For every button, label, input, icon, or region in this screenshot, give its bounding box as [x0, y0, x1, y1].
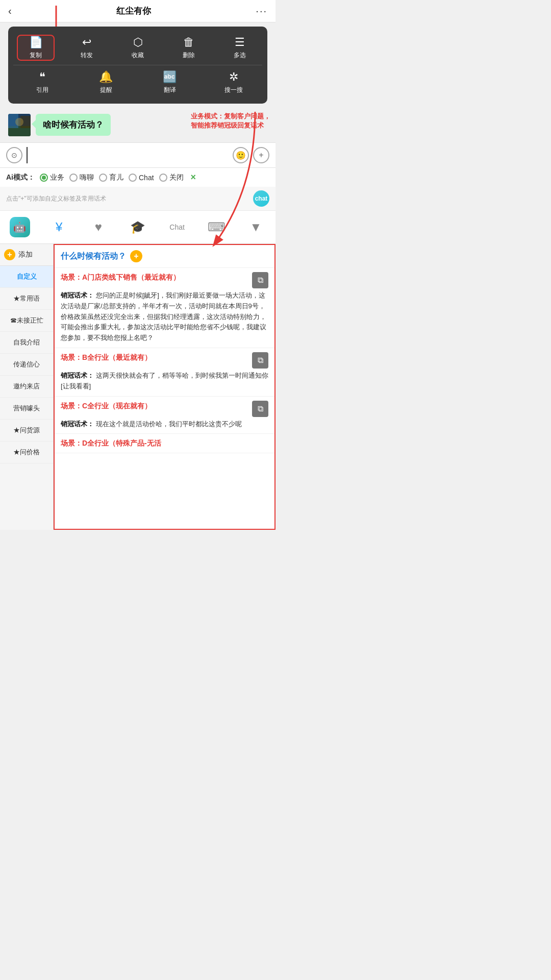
search-label: 搜一搜 — [224, 86, 243, 94]
right-panel: 什么时候有活动？ + 场景：A门店类线下销售（最近就有） ⧉ 销冠话术： 您问的… — [54, 244, 276, 530]
context-search[interactable]: ✲ 搜一搜 — [216, 70, 252, 94]
svg-point-4 — [15, 118, 23, 126]
sidebar-item-custom[interactable]: 自定义 — [0, 266, 53, 288]
money-icon: ¥ — [56, 220, 62, 234]
sidebar: + 添加 自定义 ★常用语 ☎未接正忙 自我介绍 传递信心 邀约来店 营销噱头 … — [0, 244, 54, 530]
scene-c-text: 现在这个就是活动价哈，我们平时都比这贵不少呢 — [96, 420, 242, 428]
plus-button[interactable]: + — [253, 147, 269, 163]
scene-b-header: 场景：B全行业（最近就有） ⧉ — [61, 352, 268, 369]
scene-b-copy-button[interactable]: ⧉ — [252, 352, 268, 369]
mode-chat[interactable]: Chat — [129, 174, 154, 182]
tips-icon-label: chat — [255, 195, 268, 202]
sidebar-item-missed-label: ☎未接正忙 — [10, 316, 43, 324]
context-quote[interactable]: ❝ 引用 — [24, 70, 60, 94]
context-translate[interactable]: 🔤 翻译 — [152, 70, 188, 94]
scene-c-label: 销冠话术： — [61, 420, 94, 428]
context-forward[interactable]: ↩ 转发 — [69, 36, 105, 60]
ai-mode-row: Ai模式： 业务 嗨聊 育儿 Chat 关闭 × — [0, 168, 276, 187]
sidebar-item-invite[interactable]: 邀约来店 — [0, 376, 53, 398]
scene-b-title: 场景：B全行业（最近就有） — [61, 352, 250, 363]
sidebar-item-price[interactable]: ★问价格 — [0, 442, 53, 463]
mode-off[interactable]: 关闭 — [159, 173, 184, 182]
search-icon: ✲ — [229, 70, 238, 84]
context-remind[interactable]: 🔔 提醒 — [88, 70, 124, 94]
toolbar-money[interactable]: ¥ — [39, 218, 79, 236]
copy-label: 复制 — [30, 51, 42, 60]
emoji-button[interactable]: 🙂 — [233, 147, 249, 163]
scene-b-label: 销冠话术： — [61, 372, 94, 379]
question-title: 什么时候有活动？ — [61, 251, 126, 262]
question-add-button[interactable]: + — [130, 250, 142, 262]
keyboard-icon: ⌨ — [208, 220, 226, 234]
plus-icon: + — [259, 151, 263, 160]
context-collect[interactable]: ⬡ 收藏 — [120, 36, 156, 60]
scene-c-title: 场景：C全行业（现在就有） — [61, 401, 250, 411]
toolbar-chat-text[interactable]: Chat — [158, 221, 197, 233]
tips-chat-icon[interactable]: chat — [253, 190, 269, 207]
remind-label: 提醒 — [100, 86, 112, 94]
radio-business[interactable] — [40, 174, 48, 182]
context-multiselect[interactable]: ☰ 多选 — [222, 36, 258, 60]
forward-label: 转发 — [81, 51, 93, 60]
close-ai-button[interactable]: × — [191, 172, 196, 183]
sidebar-item-marketing[interactable]: 营销噱头 — [0, 398, 53, 420]
sidebar-item-confidence[interactable]: 传递信心 — [0, 354, 53, 376]
mode-chat-label: Chat — [139, 174, 154, 182]
sidebar-item-custom-label: 自定义 — [17, 273, 37, 280]
question-header: 什么时候有活动？ + — [55, 245, 274, 268]
translate-label: 翻译 — [164, 86, 176, 94]
remind-icon: 🔔 — [99, 70, 113, 84]
toolbar-dropdown[interactable]: ▼ — [236, 218, 276, 236]
scene-d-title: 场景：D全行业（特殊产品-无活 — [61, 438, 268, 449]
copy-a-icon: ⧉ — [258, 276, 263, 285]
radio-off[interactable] — [159, 174, 167, 182]
avatar — [8, 114, 31, 136]
toolbar-graduation[interactable]: 🎓 — [118, 218, 157, 236]
chat-bubble-text: 啥时候有活动？ — [43, 120, 104, 130]
scene-c-copy-button[interactable]: ⧉ — [252, 401, 268, 417]
toolbar-robot[interactable]: 🤖 — [0, 215, 39, 239]
sidebar-item-common[interactable]: ★常用语 — [0, 288, 53, 310]
radio-chat[interactable] — [129, 174, 137, 182]
voice-button[interactable]: ⊙ — [6, 147, 22, 163]
ai-mode-label: Ai模式： — [6, 173, 35, 182]
toolbar-row: 🤖 ¥ ♥ 🎓 Chat ⌨ ▼ — [0, 211, 276, 244]
tips-row: 点击"+"可添加自定义标签及常用话术 chat — [0, 187, 276, 211]
toolbar-keyboard[interactable]: ⌨ — [197, 218, 236, 236]
quote-icon: ❝ — [39, 70, 45, 84]
sidebar-add-button[interactable]: + 添加 — [0, 244, 53, 266]
mode-business[interactable]: 业务 — [40, 173, 64, 182]
toolbar-heart[interactable]: ♥ — [79, 218, 118, 236]
tips-text: 点击"+"可添加自定义标签及常用话术 — [6, 194, 106, 203]
multiselect-label: 多选 — [234, 51, 246, 60]
sidebar-item-missed[interactable]: ☎未接正忙 — [0, 310, 53, 332]
radio-casual[interactable] — [69, 174, 78, 182]
sidebar-item-intro[interactable]: 自我介绍 — [0, 332, 53, 354]
copy-b-icon: ⧉ — [258, 356, 263, 365]
mode-casual[interactable]: 嗨聊 — [69, 173, 94, 182]
page-title: 红尘有你 — [116, 5, 151, 17]
context-copy[interactable]: 📄 复制 — [18, 36, 54, 60]
scene-a-label: 销冠话术： — [61, 291, 94, 299]
mode-casual-label: 嗨聊 — [80, 173, 94, 182]
robot-icon: 🤖 — [10, 217, 30, 237]
quote-label: 引用 — [36, 86, 48, 94]
context-delete[interactable]: 🗑 删除 — [171, 36, 207, 60]
mode-parenting[interactable]: 育儿 — [99, 173, 123, 182]
mode-parenting-label: 育儿 — [109, 173, 123, 182]
collect-icon: ⬡ — [133, 36, 143, 49]
scene-a: 场景：A门店类线下销售（最近就有） ⧉ 销冠话术： 您问的正是时候[龇牙]，我们… — [55, 268, 274, 348]
chat-text-icon: Chat — [169, 223, 185, 231]
context-menu-row2: ❝ 引用 🔔 提醒 🔤 翻译 ✲ 搜一搜 — [8, 66, 267, 99]
more-button[interactable]: ··· — [256, 5, 267, 17]
chat-area: 啥时候有活动？ 业务模式：复制客户问题，智能推荐销冠级回复话术 — [0, 108, 276, 142]
sidebar-item-source[interactable]: ★问货源 — [0, 420, 53, 442]
scene-b-content: 销冠话术： 这两天很快就会有了，稍等等哈，到时候我第一时间通知你[让我看看] — [61, 371, 268, 392]
radio-parenting[interactable] — [99, 174, 107, 182]
scene-a-copy-button[interactable]: ⧉ — [252, 272, 268, 288]
annotation-text: 业务模式：复制客户问题，智能推荐销冠级回复话术 — [191, 112, 270, 130]
back-button[interactable]: ‹ — [8, 5, 12, 17]
collect-label: 收藏 — [132, 51, 144, 60]
message-input[interactable] — [27, 147, 229, 163]
scene-c-content: 销冠话术： 现在这个就是活动价哈，我们平时都比这贵不少呢 — [61, 419, 268, 430]
